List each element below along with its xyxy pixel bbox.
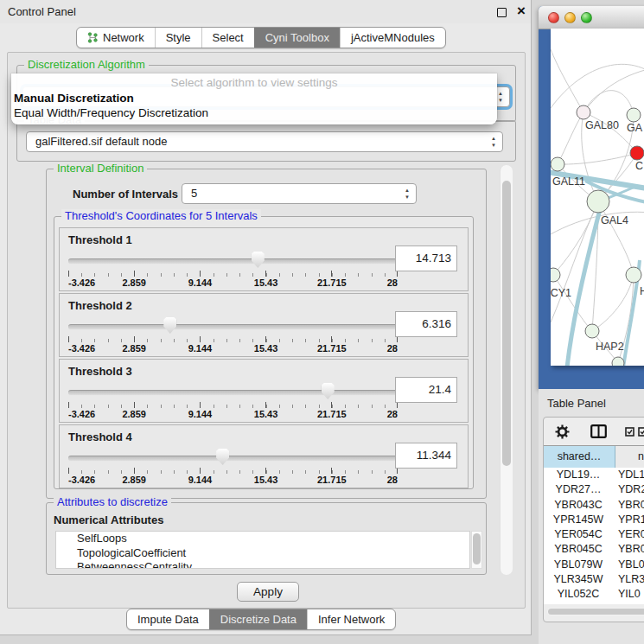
threshold-rows: Threshold 1 -3.4262.8599.14415.4321.7152… — [59, 227, 469, 490]
tab-discretize-data[interactable]: Discretize Data — [209, 609, 307, 629]
network-node[interactable] — [612, 357, 624, 366]
slider-track[interactable] — [68, 456, 398, 462]
attribute-list-item[interactable]: BetweennessCentrality — [77, 560, 469, 569]
table-row[interactable]: YLR345W YLR3 — [544, 572, 644, 587]
column-header-name[interactable]: n — [615, 446, 644, 468]
number-of-intervals-label: Number of Intervals — [73, 188, 178, 201]
table-row[interactable]: YIL052C YIL0 — [544, 587, 644, 602]
thresholds-group-title: Threshold's Coordinates for 5 Intervals — [61, 209, 261, 222]
table-row[interactable]: YBR043C YBR0 — [544, 498, 644, 513]
threshold-value-field[interactable]: 11.344 — [395, 443, 457, 469]
control-panel-window: Control Panel × NetworkStyleSelectCyni T… — [0, 0, 532, 635]
algorithm-dropdown-popup: Select algorithm to view settings Manual… — [11, 73, 497, 124]
threshold-value-field[interactable]: 14.713 — [395, 245, 457, 271]
network-node[interactable] — [585, 324, 599, 338]
table-row[interactable]: YDL19… YDL1 — [544, 468, 644, 482]
close-traffic-light-icon[interactable] — [548, 12, 559, 23]
scale-label: 15.43 — [254, 343, 278, 354]
slider-thumb-icon[interactable] — [216, 449, 229, 465]
table-row[interactable]: YBR045C YBR0 — [544, 542, 644, 557]
threshold-slider[interactable]: -3.4262.8599.14415.4321.71528 — [68, 315, 398, 354]
table-row[interactable]: YER054C YER0 — [544, 527, 644, 542]
network-node[interactable] — [587, 190, 609, 213]
slider-track[interactable] — [68, 324, 398, 330]
scale-label: 28 — [387, 277, 398, 288]
attribute-list-item[interactable]: SelfLoops — [77, 532, 469, 546]
settings-vertical-scrollbar[interactable] — [500, 165, 513, 575]
column-header-shared-name[interactable]: shared… — [544, 446, 615, 468]
threshold-label: Threshold 3 — [68, 365, 132, 378]
threshold-slider[interactable]: -3.4262.8599.14415.4321.71528 — [68, 249, 398, 289]
table-row[interactable]: YBL079W YBL0 — [544, 558, 644, 572]
network-node-label: GAL4 — [601, 214, 628, 226]
dropdown-option-equal-width[interactable]: Equal Width/Frequency Discretization — [11, 105, 497, 120]
scale-label: 9.144 — [188, 409, 213, 419]
threshold-label: Threshold 2 — [68, 299, 132, 312]
slider-thumb-icon[interactable] — [163, 317, 176, 334]
slider-scale: -3.4262.8599.14415.4321.71528 — [68, 409, 398, 420]
network-node[interactable] — [630, 146, 644, 160]
scale-label: 28 — [387, 343, 398, 354]
table-data-combobox[interactable]: galFiltered.sif default node ▲▼ — [26, 131, 503, 152]
tab-jactivemnodules[interactable]: jActiveMNodules — [340, 28, 445, 48]
scale-label: 9.144 — [188, 277, 213, 288]
minimize-traffic-light-icon[interactable] — [564, 12, 576, 23]
scale-label: 21.715 — [317, 475, 347, 485]
slider-track[interactable] — [68, 390, 398, 396]
table-horizontal-scrollbar[interactable] — [547, 608, 644, 615]
tab-cyni-toolbox[interactable]: Cyni Toolbox — [254, 28, 340, 48]
slider-ticks — [68, 468, 398, 474]
network-node[interactable] — [627, 108, 641, 122]
scale-label: 9.144 — [188, 343, 213, 354]
table-data-value: galFiltered.sif default node — [35, 135, 167, 148]
threshold-panel: Threshold 1 -3.4262.8599.14415.4321.7152… — [59, 227, 469, 291]
split-panel-icon[interactable] — [590, 424, 607, 438]
scale-label: -3.426 — [68, 277, 95, 288]
scale-label: -3.426 — [68, 475, 95, 485]
tab-network[interactable]: Network — [77, 28, 155, 48]
zoom-traffic-light-icon[interactable] — [581, 12, 592, 23]
slider-thumb-icon[interactable] — [252, 252, 265, 268]
number-of-intervals-combobox[interactable]: 5 ▲▼ — [182, 183, 417, 204]
control-panel-tab-bar: NetworkStyleSelectCyni ToolboxjActiveMNo… — [76, 27, 446, 48]
attribute-list-item[interactable]: TopologicalCoefficient — [77, 546, 469, 561]
checkbox-icon[interactable] — [638, 427, 644, 437]
network-node-label: GCY1 — [551, 287, 571, 299]
table-row[interactable]: YDR27… YDR2 — [544, 482, 644, 497]
network-node[interactable] — [577, 105, 590, 119]
network-node[interactable] — [626, 267, 641, 283]
threshold-slider[interactable]: -3.4262.8599.14415.4321.71528 — [68, 446, 398, 486]
threshold-slider[interactable]: -3.4262.8599.14415.4321.71528 — [68, 380, 398, 420]
tab-infer-network[interactable]: Infer Network — [307, 609, 395, 629]
numerical-attributes-list[interactable]: SelfLoopsTopologicalCoefficientBetweenne… — [55, 531, 470, 569]
threshold-value-field[interactable]: 6.316 — [395, 311, 457, 337]
checkbox-icon[interactable] — [625, 427, 634, 437]
table-row[interactable]: YPR145W YPR1 — [544, 513, 644, 527]
slider-scale: -3.4262.8599.14415.4321.71528 — [68, 277, 398, 289]
network-canvas[interactable]: GAL80GACGAL11GAL4GCY1HHAP2 — [551, 29, 644, 366]
threshold-panel: Threshold 3 -3.4262.8599.14415.4321.7152… — [59, 359, 469, 423]
scale-label: 28 — [387, 475, 398, 485]
tab-style[interactable]: Style — [155, 28, 201, 48]
dropdown-option-manual[interactable]: Manual Discretization — [11, 91, 497, 105]
slider-thumb-icon[interactable] — [322, 383, 335, 399]
table-header-row: shared… n — [544, 445, 644, 469]
tab-select[interactable]: Select — [201, 28, 254, 48]
combobox-arrows-icon: ▲▼ — [498, 90, 503, 104]
gear-icon[interactable] — [555, 424, 570, 439]
network-node[interactable] — [551, 157, 564, 171]
network-node-label: GA — [627, 122, 643, 134]
slider-track[interactable] — [68, 258, 398, 265]
combobox-arrows-icon: ▲▼ — [491, 135, 496, 149]
number-of-intervals-value: 5 — [191, 187, 197, 200]
apply-button[interactable]: Apply — [237, 582, 299, 602]
tab-impute-data[interactable]: Impute Data — [127, 609, 209, 629]
threshold-value-field[interactable]: 21.4 — [395, 377, 457, 403]
close-window-icon[interactable]: × — [517, 2, 526, 21]
attributes-scrollbar[interactable] — [471, 531, 482, 569]
network-node[interactable] — [551, 268, 560, 282]
numerical-attributes-label: Numerical Attributes — [54, 513, 163, 526]
discretization-algorithm-title: Discretization Algorithm — [24, 58, 149, 71]
float-window-icon[interactable] — [497, 8, 507, 17]
network-icon — [87, 32, 99, 43]
